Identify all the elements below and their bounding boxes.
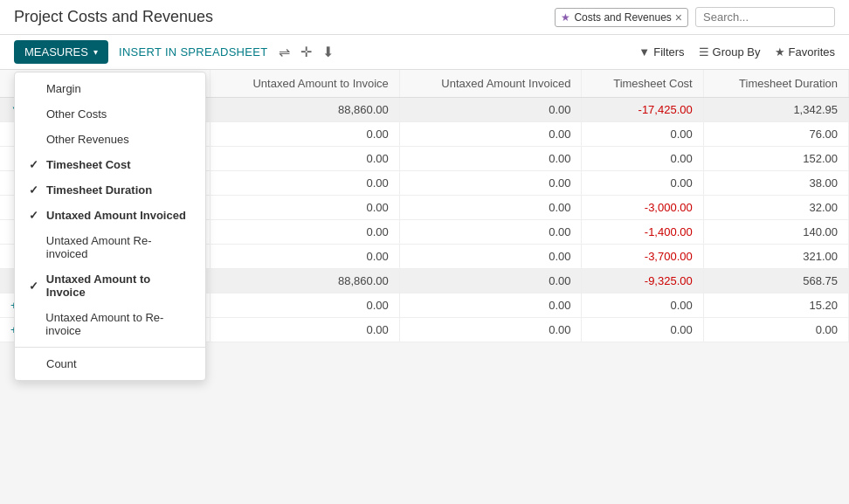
filters-button[interactable]: ▼ Filters [638,45,684,59]
cell-0: 88,860.00 [210,98,399,122]
group-by-icon: ☰ [699,45,709,59]
cell-3: 568.75 [703,269,848,293]
insert-spreadsheet-button[interactable]: INSERT IN SPREADSHEET [119,45,268,59]
dropdown-item-label-untaxed-amount-reinvoiced: Untaxed Amount Re-invoiced [46,234,191,260]
dropdown-item-timesheet-duration[interactable]: ✓Timesheet Duration [15,177,205,203]
search-input[interactable] [695,7,835,27]
filters-label: Filters [653,45,684,59]
dropdown-item-other-revenues[interactable]: Other Revenues [15,127,205,152]
check-icon-timesheet-cost: ✓ [29,158,41,171]
cell-0: 0.00 [210,220,399,245]
col-timesheet-cost: Timesheet Cost [582,70,703,98]
cell-3: 0.00 [703,318,848,342]
breadcrumb-label: Costs and Revenues [574,11,671,24]
cell-2: -1,400.00 [582,220,703,245]
star-icon: ★ [561,11,570,24]
cell-2: 0.00 [582,293,703,318]
col-timesheet-duration: Timesheet Duration [703,70,848,98]
dropdown-item-untaxed-amount-reinvoiced[interactable]: Untaxed Amount Re-invoiced [15,228,205,266]
measures-button[interactable]: MEASURES ▾ [14,40,108,64]
cell-2: 0.00 [582,318,703,342]
download-icon[interactable]: ⬇ [322,44,334,60]
cell-1: 0.00 [399,269,582,293]
check-icon-untaxed-amount-to-invoice: ✓ [29,280,41,293]
cell-1: 0.00 [399,220,582,245]
dropdown-item-label-other-costs: Other Costs [46,107,107,121]
col-untaxed-to-invoice: Untaxed Amount to Invoice [210,70,399,98]
dropdown-item-other-costs[interactable]: Other Costs [15,101,205,127]
cell-1: 0.00 [399,171,582,196]
toolbar-left: MEASURES ▾ MarginOther CostsOther Revenu… [14,40,334,64]
cell-0: 0.00 [210,171,399,196]
measures-dropdown-menu: MarginOther CostsOther Revenues✓Timeshee… [14,72,206,381]
dropdown-item-label-untaxed-amount-to-reinvoice: Untaxed Amount to Re-invoice [45,311,191,337]
cell-0: 0.00 [210,147,399,171]
dropdown-item-label-untaxed-amount-to-invoice: Untaxed Amount to Invoice [46,273,191,299]
cell-3: 140.00 [703,220,848,245]
dropdown-item-timesheet-cost[interactable]: ✓Timesheet Cost [15,152,205,177]
dropdown-item-untaxed-amount-to-reinvoice[interactable]: Untaxed Amount to Re-invoice [15,305,205,343]
toolbar-icons: ⇌ ✛ ⬇ [279,44,334,60]
cell-1: 0.00 [399,318,582,342]
cell-3: 76.00 [703,122,848,147]
toolbar-right: ▼ Filters ☰ Group By ★ Favorites [638,45,835,59]
cell-0: 0.00 [210,122,399,147]
cell-2: -9,325.00 [582,269,703,293]
dropdown-item-label-untaxed-amount-invoiced: Untaxed Amount Invoiced [46,209,186,222]
cell-3: 38.00 [703,171,848,196]
cell-1: 0.00 [399,147,582,171]
col-untaxed-invoiced: Untaxed Amount Invoiced [399,70,582,98]
dropdown-item-untaxed-amount-to-invoice[interactable]: ✓Untaxed Amount to Invoice [15,266,205,305]
page-title: Project Costs and Revenues [14,8,213,26]
cell-3: 1,342.95 [703,98,848,122]
cell-1: 0.00 [399,122,582,147]
measures-label: MEASURES [24,45,88,59]
favorites-button[interactable]: ★ Favorites [775,45,835,59]
page-header: Project Costs and Revenues ★ Costs and R… [0,0,849,35]
cell-0: 0.00 [210,245,399,269]
cell-3: 321.00 [703,245,848,269]
cell-3: 15.20 [703,293,848,318]
cell-1: 0.00 [399,196,582,220]
dropdown-item-count[interactable]: Count [15,351,205,376]
toolbar: MEASURES ▾ MarginOther CostsOther Revenu… [0,35,849,70]
close-icon[interactable]: × [675,10,682,24]
cell-2: 0.00 [582,147,703,171]
cell-2: 0.00 [582,122,703,147]
group-by-label: Group By [713,45,761,59]
dropdown-item-label-timesheet-duration: Timesheet Duration [46,183,152,197]
filter-icon: ▼ [638,45,650,59]
dropdown-item-margin[interactable]: Margin [15,76,205,101]
dropdown-item-label-other-revenues: Other Revenues [46,133,129,146]
cell-2: -17,425.00 [582,98,703,122]
dropdown-item-label-margin: Margin [46,82,81,95]
cell-1: 0.00 [399,293,582,318]
group-by-button[interactable]: ☰ Group By [699,45,761,59]
cell-3: 32.00 [703,196,848,220]
cell-0: 88,860.00 [210,269,399,293]
add-icon[interactable]: ✛ [300,44,312,60]
caret-icon: ▾ [93,47,98,57]
dropdown-divider [15,347,205,348]
cell-3: 152.00 [703,147,848,171]
breadcrumb-tag: ★ Costs and Revenues × [555,8,688,27]
dropdown-item-label-count: Count [46,357,77,370]
cell-2: 0.00 [582,171,703,196]
cell-2: -3,000.00 [582,196,703,220]
measures-dropdown-container: MEASURES ▾ MarginOther CostsOther Revenu… [14,40,108,64]
header-right: ★ Costs and Revenues × [555,7,835,27]
cell-1: 0.00 [399,98,582,122]
check-icon-timesheet-duration: ✓ [29,183,41,197]
favorites-icon: ★ [775,45,785,59]
swap-icon[interactable]: ⇌ [279,44,290,60]
cell-0: 0.00 [210,293,399,318]
dropdown-item-untaxed-amount-invoiced[interactable]: ✓Untaxed Amount Invoiced [15,203,205,228]
check-icon-untaxed-amount-invoiced: ✓ [29,209,41,222]
cell-1: 0.00 [399,245,582,269]
dropdown-item-label-timesheet-cost: Timesheet Cost [46,158,131,171]
cell-2: -3,700.00 [582,245,703,269]
cell-0: 0.00 [210,318,399,342]
favorites-label: Favorites [789,45,835,59]
cell-0: 0.00 [210,196,399,220]
